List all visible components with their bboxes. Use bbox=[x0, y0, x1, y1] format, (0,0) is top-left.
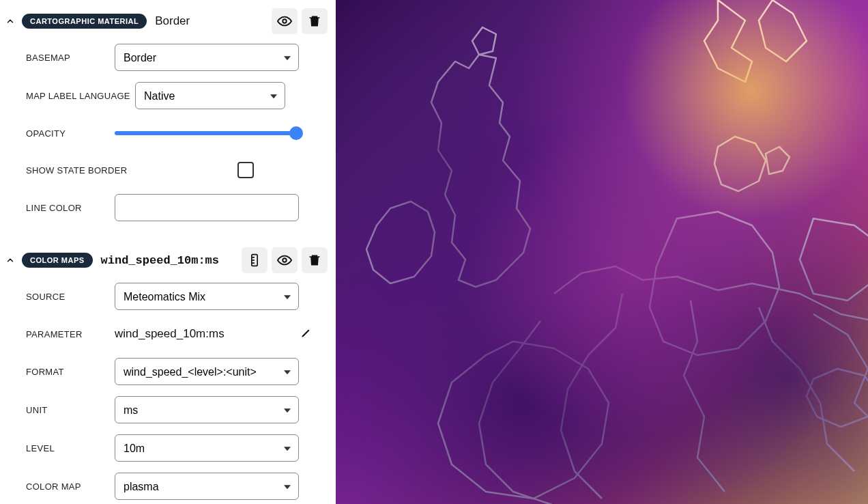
pencil-icon[interactable] bbox=[300, 326, 313, 341]
layer-title: wind_speed_10m:ms bbox=[98, 254, 236, 267]
colormap-select[interactable]: plasma bbox=[115, 473, 299, 500]
layer-header: CARTOGRAPHIC MATERIAL Border bbox=[3, 5, 329, 37]
basemap-label: BASEMAP bbox=[26, 53, 115, 63]
level-select[interactable]: 10m bbox=[115, 434, 299, 462]
map-viewport[interactable] bbox=[336, 0, 868, 504]
layer-actions bbox=[272, 8, 328, 34]
lang-label: MAP LABEL LANGUAGE bbox=[26, 91, 135, 101]
svg-point-5 bbox=[283, 258, 287, 262]
layer-title: Border bbox=[152, 14, 266, 28]
linecolor-label: LINE COLOR bbox=[26, 203, 115, 213]
chevron-up-icon[interactable] bbox=[4, 254, 16, 266]
layer-body: SOURCE Meteomatics Mix PARAMETER wind_sp… bbox=[3, 276, 329, 504]
linecolor-input[interactable] bbox=[115, 194, 299, 221]
chevron-up-icon[interactable] bbox=[4, 15, 16, 27]
language-select[interactable]: Native bbox=[135, 82, 285, 109]
level-label: LEVEL bbox=[26, 443, 115, 453]
source-select[interactable]: Meteomatics Mix bbox=[115, 283, 299, 310]
format-select[interactable]: wind_speed_<level>:<unit> bbox=[115, 358, 299, 385]
parameter-value: wind_speed_10m:ms bbox=[115, 327, 295, 341]
layer-colormaps: COLOR MAPS wind_speed_10m:ms SOURCE bbox=[3, 244, 329, 504]
opacity-label: OPACITY bbox=[26, 128, 115, 139]
unit-label: UNIT bbox=[26, 405, 115, 415]
svg-point-0 bbox=[283, 19, 287, 23]
eye-icon[interactable] bbox=[272, 8, 298, 34]
layer-header: COLOR MAPS wind_speed_10m:ms bbox=[3, 244, 329, 276]
colormap-label: COLOR MAP bbox=[26, 481, 115, 492]
trash-icon[interactable] bbox=[302, 247, 328, 273]
parameter-label: PARAMETER bbox=[26, 329, 115, 339]
stateborder-checkbox[interactable] bbox=[237, 162, 254, 178]
layer-pill: CARTOGRAPHIC MATERIAL bbox=[22, 14, 147, 29]
sidebar: CARTOGRAPHIC MATERIAL Border BASEMAP Bor… bbox=[0, 0, 336, 504]
format-label: FORMAT bbox=[26, 367, 115, 377]
eye-icon[interactable] bbox=[272, 247, 298, 273]
layer-actions bbox=[242, 247, 328, 273]
ruler-icon[interactable] bbox=[242, 247, 267, 273]
stateborder-label: SHOW STATE BORDER bbox=[26, 165, 135, 176]
layer-cartographic: CARTOGRAPHIC MATERIAL Border BASEMAP Bor… bbox=[3, 5, 329, 236]
unit-select[interactable]: ms bbox=[115, 396, 299, 423]
opacity-slider[interactable] bbox=[115, 126, 298, 140]
basemap-select[interactable]: Border bbox=[115, 44, 299, 71]
layer-pill: COLOR MAPS bbox=[22, 253, 93, 268]
heatmap-overlay bbox=[336, 0, 868, 504]
source-label: SOURCE bbox=[26, 292, 115, 302]
trash-icon[interactable] bbox=[302, 8, 328, 34]
layer-body: BASEMAP Border MAP LABEL LANGUAGE Native bbox=[3, 37, 329, 236]
